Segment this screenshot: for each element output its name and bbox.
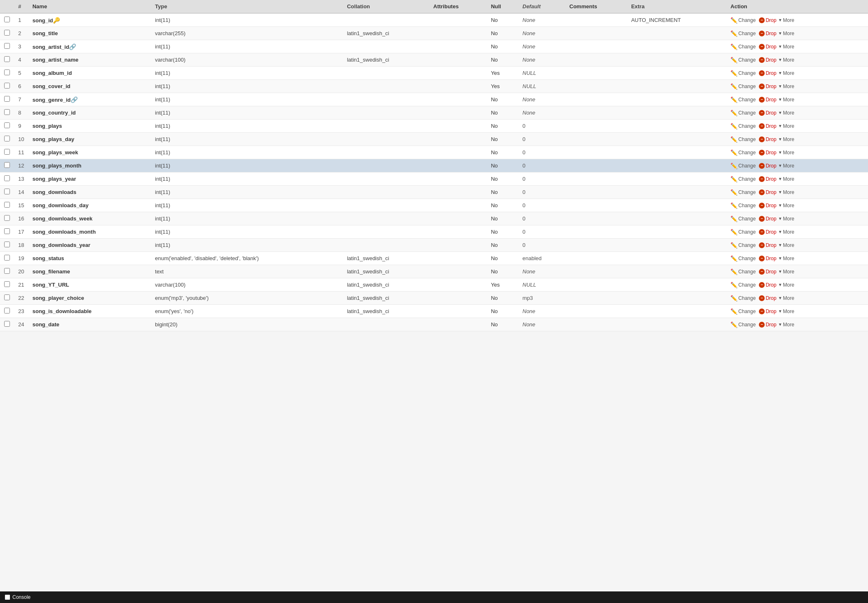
drop-button[interactable]: –Drop	[759, 309, 776, 314]
drop-button[interactable]: –Drop	[759, 322, 776, 328]
more-button[interactable]: ▼More	[778, 84, 794, 89]
drop-button[interactable]: –Drop	[759, 189, 776, 195]
more-button[interactable]: ▼More	[778, 256, 794, 261]
change-button[interactable]: ✏️Change	[730, 30, 756, 37]
change-button[interactable]: ✏️Change	[730, 123, 756, 129]
drop-button[interactable]: –Drop	[759, 163, 776, 169]
row-checkbox[interactable]	[4, 96, 10, 102]
more-button[interactable]: ▼More	[778, 229, 794, 235]
change-button[interactable]: ✏️Change	[730, 110, 756, 116]
more-button[interactable]: ▼More	[778, 176, 794, 182]
row-checkbox[interactable]	[4, 308, 10, 313]
drop-button[interactable]: –Drop	[759, 216, 776, 222]
drop-button[interactable]: –Drop	[759, 203, 776, 208]
row-checkbox[interactable]	[4, 268, 10, 274]
more-button[interactable]: ▼More	[778, 136, 794, 142]
change-button[interactable]: ✏️Change	[730, 242, 756, 249]
drop-button[interactable]: –Drop	[759, 123, 776, 129]
change-button[interactable]: ✏️Change	[730, 308, 756, 315]
row-checkbox[interactable]	[4, 321, 10, 327]
change-button[interactable]: ✏️Change	[730, 268, 756, 275]
change-button[interactable]: ✏️Change	[730, 96, 756, 103]
row-checkbox[interactable]	[4, 56, 10, 62]
row-checkbox[interactable]	[4, 175, 10, 181]
drop-button[interactable]: –Drop	[759, 256, 776, 261]
more-button[interactable]: ▼More	[778, 97, 794, 103]
change-button[interactable]: ✏️Change	[730, 215, 756, 222]
change-button[interactable]: ✏️Change	[730, 202, 756, 209]
drop-button[interactable]: –Drop	[759, 17, 776, 23]
change-button[interactable]: ✏️Change	[730, 43, 756, 50]
more-button[interactable]: ▼More	[778, 242, 794, 248]
row-checkbox[interactable]	[4, 189, 10, 194]
more-button[interactable]: ▼More	[778, 216, 794, 222]
more-button[interactable]: ▼More	[778, 123, 794, 129]
change-button[interactable]: ✏️Change	[730, 17, 756, 24]
more-button[interactable]: ▼More	[778, 70, 794, 76]
change-button[interactable]: ✏️Change	[730, 149, 756, 156]
row-checkbox[interactable]	[4, 281, 10, 287]
drop-button[interactable]: –Drop	[759, 70, 776, 76]
drop-button[interactable]: –Drop	[759, 269, 776, 275]
row-checkbox[interactable]	[4, 69, 10, 75]
chevron-down-icon: ▼	[778, 18, 782, 22]
change-button[interactable]: ✏️Change	[730, 282, 756, 288]
row-checkbox[interactable]	[4, 122, 10, 128]
change-button[interactable]: ✏️Change	[730, 321, 756, 328]
drop-button[interactable]: –Drop	[759, 57, 776, 63]
row-checkbox[interactable]	[4, 136, 10, 141]
row-checkbox[interactable]	[4, 30, 10, 36]
more-button[interactable]: ▼More	[778, 295, 794, 301]
row-checkbox[interactable]	[4, 228, 10, 234]
change-button[interactable]: ✏️Change	[730, 229, 756, 235]
drop-circle-icon: –	[759, 309, 765, 314]
drop-button[interactable]: –Drop	[759, 150, 776, 156]
more-button[interactable]: ▼More	[778, 163, 794, 169]
row-checkbox[interactable]	[4, 215, 10, 221]
more-button[interactable]: ▼More	[778, 110, 794, 116]
row-checkbox[interactable]	[4, 83, 10, 89]
change-button[interactable]: ✏️Change	[730, 57, 756, 63]
change-button[interactable]: ✏️Change	[730, 176, 756, 182]
change-button[interactable]: ✏️Change	[730, 295, 756, 302]
more-button[interactable]: ▼More	[778, 203, 794, 208]
row-checkbox[interactable]	[4, 202, 10, 208]
more-button[interactable]: ▼More	[778, 44, 794, 50]
more-button[interactable]: ▼More	[778, 309, 794, 314]
change-button[interactable]: ✏️Change	[730, 255, 756, 262]
more-button[interactable]: ▼More	[778, 150, 794, 156]
row-checkbox[interactable]	[4, 17, 10, 22]
drop-button[interactable]: –Drop	[759, 295, 776, 301]
row-checkbox[interactable]	[4, 162, 10, 168]
drop-button[interactable]: –Drop	[759, 44, 776, 50]
row-checkbox[interactable]	[4, 109, 10, 115]
more-button[interactable]: ▼More	[778, 322, 794, 328]
change-button[interactable]: ✏️Change	[730, 189, 756, 196]
drop-button[interactable]: –Drop	[759, 97, 776, 103]
more-button[interactable]: ▼More	[778, 269, 794, 275]
row-checkbox[interactable]	[4, 149, 10, 155]
drop-button[interactable]: –Drop	[759, 31, 776, 36]
row-name: song_downloads_year	[28, 239, 151, 252]
more-button[interactable]: ▼More	[778, 282, 794, 288]
drop-button[interactable]: –Drop	[759, 84, 776, 89]
change-button[interactable]: ✏️Change	[730, 136, 756, 143]
row-checkbox[interactable]	[4, 242, 10, 247]
more-button[interactable]: ▼More	[778, 31, 794, 36]
drop-button[interactable]: –Drop	[759, 229, 776, 235]
more-button[interactable]: ▼More	[778, 189, 794, 195]
row-checkbox[interactable]	[4, 43, 10, 49]
change-button[interactable]: ✏️Change	[730, 83, 756, 90]
row-checkbox[interactable]	[4, 255, 10, 261]
more-button[interactable]: ▼More	[778, 17, 794, 23]
change-button[interactable]: ✏️Change	[730, 70, 756, 77]
drop-button[interactable]: –Drop	[759, 136, 776, 142]
change-button[interactable]: ✏️Change	[730, 163, 756, 169]
drop-button[interactable]: –Drop	[759, 242, 776, 248]
more-label: More	[783, 123, 794, 129]
drop-button[interactable]: –Drop	[759, 176, 776, 182]
drop-button[interactable]: –Drop	[759, 110, 776, 116]
drop-button[interactable]: –Drop	[759, 282, 776, 288]
more-button[interactable]: ▼More	[778, 57, 794, 63]
row-checkbox[interactable]	[4, 294, 10, 300]
